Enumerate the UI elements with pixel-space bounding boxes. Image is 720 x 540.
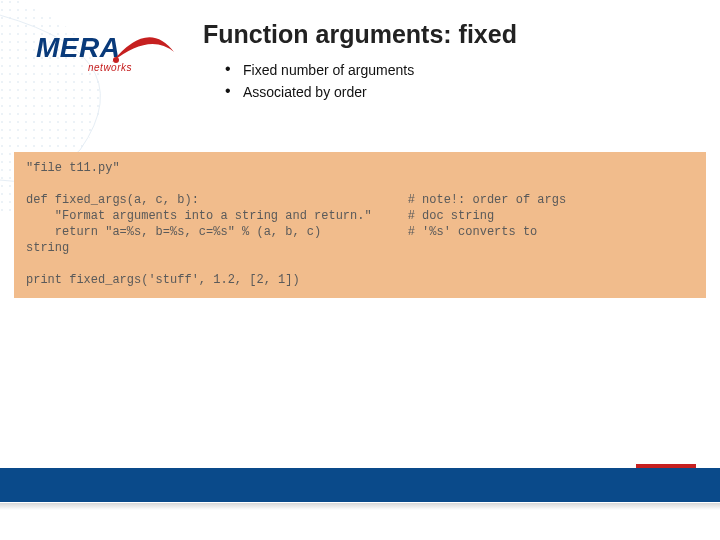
list-item: Fixed number of arguments xyxy=(225,62,414,78)
footer-accent-bar xyxy=(636,464,696,468)
logo-subtext: networks xyxy=(88,62,132,73)
slide-title: Function arguments: fixed xyxy=(0,20,720,49)
footer-shadow xyxy=(0,503,720,510)
list-item: Associated by order xyxy=(225,84,414,100)
bullet-list: Fixed number of arguments Associated by … xyxy=(225,62,414,106)
footer-bar xyxy=(0,468,720,502)
code-block: "file t11.py" def fixed_args(a, c, b): #… xyxy=(14,152,706,298)
